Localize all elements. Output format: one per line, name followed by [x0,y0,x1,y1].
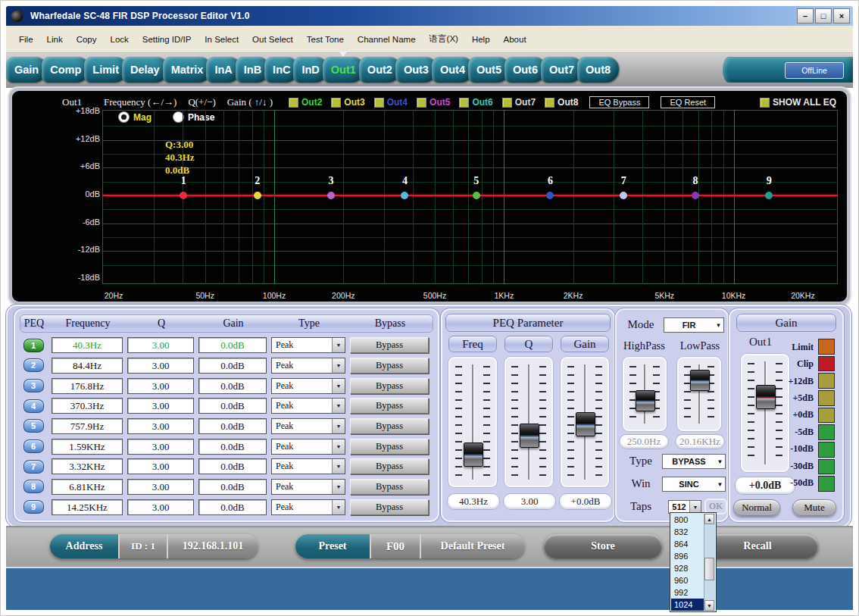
eq-point-8[interactable] [692,192,699,199]
peq-gain-input[interactable]: 0.0dB [198,337,267,353]
tab-out1[interactable]: Out1 [323,57,364,83]
peq-q-input[interactable]: 3.00 [127,479,194,495]
normal-button[interactable]: Normal [733,499,780,516]
peq-type-select[interactable]: Peak▼ [271,439,345,455]
peq-bypass-button[interactable]: Bypass [350,479,429,495]
scrollbar-thumb[interactable] [704,558,714,580]
peq-band-button[interactable]: 4 [23,399,44,413]
tab-out5[interactable]: Out5 [468,57,510,83]
mode-select[interactable]: FIR ▼ [664,317,724,333]
menu-item-11[interactable]: About [497,33,533,46]
lowpass-slider[interactable] [677,357,721,431]
peq-type-select[interactable]: Peak▼ [271,358,345,374]
peq-q-input[interactable]: 3.00 [127,358,194,374]
tab-gain[interactable]: Gain [6,57,47,83]
peq-gain-input[interactable]: 0.0dB [198,499,267,515]
taps-option-864[interactable]: 864 [671,538,704,550]
highpass-slider[interactable] [623,357,667,431]
peq-frequency-input[interactable]: 176.8Hz [52,378,123,394]
tab-out6[interactable]: Out6 [504,57,546,83]
peq-q-input[interactable]: 3.00 [127,418,194,434]
slider-knob[interactable] [464,442,483,467]
menu-item-5[interactable]: In Select [198,33,245,46]
peq-frequency-input[interactable]: 84.4Hz [52,358,123,374]
peq-bypass-button[interactable]: Bypass [350,378,429,394]
tab-matrix[interactable]: Matrix [163,57,212,83]
menu-item-7[interactable]: Test Tone [300,33,351,46]
type-select[interactable]: BYPASS ▼ [662,454,726,469]
peq-frequency-input[interactable]: 40.3Hz [52,337,123,353]
peq-q-input[interactable]: 3.00 [127,398,194,414]
peq-bypass-button[interactable]: Bypass [350,439,429,455]
scroll-up-icon[interactable]: ▲ [704,514,714,524]
peq-bypass-button[interactable]: Bypass [350,499,429,515]
preset-button[interactable]: Preset [295,534,370,558]
peq-band-button[interactable]: 6 [23,439,44,453]
tab-out4[interactable]: Out4 [432,57,473,83]
peq-q-input[interactable]: 3.00 [127,439,194,455]
dropdown-scrollbar[interactable]: ▲ ▼ [704,514,715,611]
menu-item-10[interactable]: Help [465,33,497,46]
menu-item-4[interactable]: Setting ID/IP [136,33,198,46]
peq-q-input[interactable]: 3.00 [127,337,194,353]
taps-option-928[interactable]: 928 [671,562,704,574]
peq-frequency-input[interactable]: 370.3Hz [52,398,123,414]
peq-bypass-button[interactable]: Bypass [350,358,429,374]
peq-type-select[interactable]: Peak▼ [271,418,345,434]
menu-item-8[interactable]: Channel Name [351,33,423,46]
peq-type-select[interactable]: Peak▼ [271,458,345,474]
eq-point-2[interactable] [254,192,261,199]
peq-gain-input[interactable]: 0.0dB [198,378,267,394]
slider-freq[interactable] [448,357,497,487]
peq-gain-input[interactable]: 0.0dB [198,358,267,374]
peq-gain-input[interactable]: 0.0dB [198,398,267,414]
peq-gain-input[interactable]: 0.0dB [198,418,267,434]
tab-out3[interactable]: Out3 [395,57,437,83]
tab-out2[interactable]: Out2 [359,57,401,83]
mute-button[interactable]: Mute [792,499,836,516]
slider-knob[interactable] [520,424,539,448]
peq-gain-input[interactable]: 0.0dB [198,439,267,455]
slider-q[interactable] [504,357,553,487]
peq-frequency-input[interactable]: 6.81KHz [52,479,123,495]
peq-q-input[interactable]: 3.00 [127,378,194,394]
minimize-button[interactable]: – [797,8,814,23]
maximize-button[interactable]: □ [815,8,832,23]
menu-item-0[interactable]: File [12,33,40,46]
tab-delay[interactable]: Delay [122,57,168,83]
slider-knob[interactable] [636,390,655,411]
peq-bypass-button[interactable]: Bypass [350,458,429,474]
peq-band-button[interactable]: 9 [23,500,44,514]
window-function-select[interactable]: SINC ▼ [662,477,726,492]
peq-band-button[interactable]: 1 [23,339,44,352]
peq-frequency-input[interactable]: 14.25KHz [52,499,123,515]
peq-band-button[interactable]: 2 [23,358,44,372]
peq-frequency-input[interactable]: 3.32KHz [52,458,123,474]
menu-item-9[interactable]: 语言(X) [423,31,465,47]
peq-gain-input[interactable]: 0.0dB [198,479,267,495]
tab-limit[interactable]: Limit [84,57,127,83]
peq-type-select[interactable]: Peak▼ [271,378,345,394]
tab-comp[interactable]: Comp [42,57,89,83]
peq-type-select[interactable]: Peak▼ [271,398,345,414]
peq-q-input[interactable]: 3.00 [127,499,194,515]
scroll-down-icon[interactable]: ▼ [704,600,714,611]
peq-band-button[interactable]: 5 [23,419,44,433]
peq-band-button[interactable]: 7 [23,460,44,474]
taps-option-1024[interactable]: 1024 [671,599,704,611]
peq-type-select[interactable]: Peak▼ [271,479,345,495]
menu-item-3[interactable]: Lock [104,33,136,46]
peq-q-input[interactable]: 3.00 [127,458,194,474]
tab-out7[interactable]: Out7 [541,57,583,83]
menu-item-6[interactable]: Out Select [245,33,300,46]
peq-band-button[interactable]: 8 [23,480,44,493]
eq-point-5[interactable] [473,192,480,199]
chevron-down-icon[interactable]: ▼ [689,501,701,513]
menu-item-2[interactable]: Copy [70,33,104,46]
peq-bypass-button[interactable]: Bypass [350,337,429,353]
slider-knob[interactable] [576,412,595,436]
close-button[interactable]: × [833,8,850,23]
slider-gain[interactable] [561,357,609,487]
peq-bypass-button[interactable]: Bypass [350,418,429,434]
slider-knob[interactable] [690,370,710,391]
